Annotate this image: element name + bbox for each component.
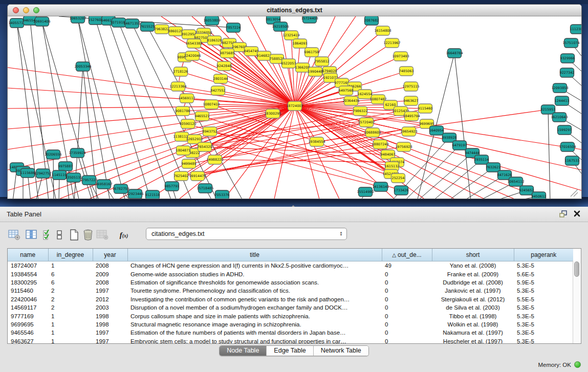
graph-node[interactable]: 22420046 [184,51,201,60]
column-header-indegree[interactable]: in_degree [48,249,93,261]
graph-edge[interactable] [448,167,493,199]
graph-edge[interactable] [23,106,295,199]
graph-node[interactable]: 15724408 [301,16,318,23]
graph-edge[interactable] [548,110,550,199]
graph-node[interactable]: 7625402 [174,171,189,181]
graph-node[interactable]: 20206556 [45,150,61,159]
graph-node[interactable]: 2935114 [474,155,489,164]
graph-node[interactable]: 9081786 [176,106,190,116]
graph-node[interactable]: 6479197 [452,141,467,150]
float-panel-icon[interactable] [559,210,568,218]
graph-node[interactable]: 12213364 [169,82,186,91]
graph-node[interactable]: 9227342 [560,68,575,77]
tab-network-table[interactable]: Network Table [314,346,368,356]
graph-node[interactable]: 1244413 [555,96,570,105]
scrollbar-thumb[interactable] [574,261,579,277]
graph-node[interactable]: 1864093 [293,39,308,48]
graph-node[interactable]: 1990448 [308,67,323,76]
graph-node[interactable]: 19654923 [400,127,417,136]
graph-node[interactable]: 7615525 [140,22,155,31]
graph-node[interactable]: 15751074 [562,38,579,48]
table-row[interactable]: 2242004622012Investigating the contribut… [8,295,573,303]
graph-edge[interactable] [181,72,295,106]
resize-grip[interactable] [571,189,578,196]
network-canvas[interactable]: 1405571294655462069140610653287152760264… [8,16,581,199]
graph-node[interactable]: 9242848 [217,61,232,71]
graph-node[interactable]: 9121518 [145,190,160,199]
graph-node[interactable]: 2087682 [364,16,379,25]
graph-node[interactable]: 18807249 [372,140,388,149]
graph-node[interactable]: 6961758 [304,48,319,57]
graph-node[interactable]: 15720407 [358,118,375,127]
graph-node[interactable]: 17016504 [559,142,576,151]
new-document-button[interactable] [67,227,81,243]
graph-node[interactable]: 9975887 [58,162,73,171]
column-header-title[interactable]: title [127,249,382,261]
graph-node[interactable]: 8860128 [168,27,183,36]
table-settings-button[interactable] [7,227,21,243]
graph-node[interactable]: 9857791 [165,182,180,191]
graph-node[interactable]: 16958167 [95,180,112,189]
graph-node[interactable]: 252254 [391,173,405,183]
row-height-button[interactable] [54,227,64,243]
table-row[interactable]: 946362711997Embryonic stem cells: a mode… [8,337,573,344]
graph-node[interactable]: 15718485 [197,184,213,193]
graph-node[interactable]: 10654112 [507,177,524,186]
graph-node[interactable]: 7485063 [399,67,414,76]
graph-node[interactable]: 7857224 [226,23,241,32]
tab-node-table[interactable]: Node Table [220,346,267,356]
column-header-pagerank[interactable]: pagerank [514,249,573,261]
graph-node[interactable]: 10973493 [392,52,409,61]
graph-node[interactable]: 1640954 [429,126,444,135]
graph-node[interactable]: 14136141 [372,182,389,191]
graph-node[interactable]: 16648784 [446,49,463,58]
delete-table-button[interactable] [95,227,110,243]
memory-ok-indicator[interactable] [574,361,581,368]
table-row[interactable]: 969969511998Structural magnetic resonanc… [8,320,573,329]
table-row[interactable]: 911546021997Tourette syndrome. Phenomeno… [8,287,573,295]
graph-node[interactable]: 14569117 [178,94,195,103]
graph-node[interactable]: 16914479 [189,171,206,181]
table-row[interactable]: 1456911722003Disruption of a novel membe… [8,303,573,312]
graph-node[interactable]: 1804871 [176,146,191,155]
graph-node[interactable]: 19756928 [395,142,412,151]
graph-node[interactable]: 9463627 [404,96,419,105]
graph-node[interactable]: 14988220 [206,155,223,164]
graph-node[interactable]: 7955812 [315,57,330,66]
graph-node[interactable]: 12213967 [383,38,400,48]
graph-node[interactable]: 6522057 [281,59,296,68]
graph-node[interactable]: 6497568 [339,86,354,95]
graph-node[interactable]: 14671355 [123,19,140,28]
graph-node[interactable]: 1167533 [565,156,580,165]
table-row[interactable]: 1830029562008Estimation of significance … [8,278,573,287]
table-row[interactable]: 1872400712008Changes of HCN gene express… [8,261,573,270]
graph-node[interactable]: 2718126 [173,67,188,76]
graph-node[interactable]: 12093858 [551,83,568,93]
graph-edge[interactable] [8,88,295,106]
select-all-checks-button[interactable] [41,227,55,243]
graph-node[interactable]: 7053376 [215,190,230,199]
column-header-name[interactable]: name [8,249,48,261]
graph-node[interactable]: 16154808 [374,26,391,35]
graph-node[interactable]: 19384554 [308,137,325,146]
graph-node[interactable]: 7654320 [198,142,212,151]
graph-node[interactable]: 1733426 [394,186,409,195]
graph-node[interactable]: 17359924 [69,148,85,158]
graph-node[interactable]: 16543382 [185,39,202,48]
graph-node[interactable]: 9329966 [560,54,575,63]
graph-node[interactable]: 10653287 [69,16,86,23]
graph-node[interactable]: 12325419 [282,31,299,40]
graph-node[interactable]: 9499489 [182,159,197,168]
delete-trash-button[interactable] [81,227,95,243]
graph-edge[interactable] [96,20,151,199]
tab-edge-table[interactable]: Edge Table [267,346,313,356]
graph-node[interactable]: 20364436 [342,96,359,105]
graph-node[interactable]: 7986322 [353,106,368,116]
graph-node[interactable]: 8427552 [211,86,226,95]
graph-node[interactable]: 12923446 [126,189,143,199]
graph-node[interactable]: 15514980 [357,187,374,196]
graph-node[interactable]: 8186328 [207,36,222,45]
graph-node[interactable]: 16053809 [203,16,220,25]
graph-node[interactable]: 10688609 [364,128,381,137]
window-titlebar[interactable]: citations_edges.txt [8,5,581,16]
